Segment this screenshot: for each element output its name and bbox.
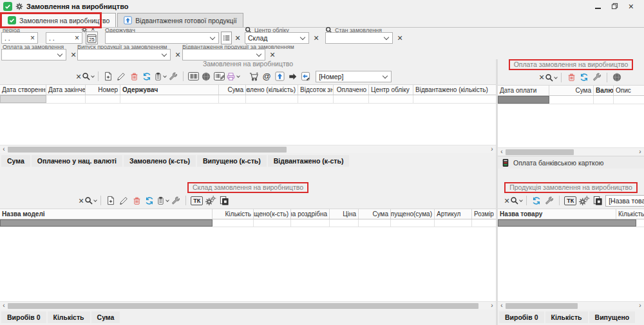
refresh-icon[interactable] <box>141 70 153 83</box>
bank-card-payment-row[interactable]: Оплата банківською карткою <box>498 156 644 169</box>
aggregate-qty[interactable]: Кількість <box>48 311 90 323</box>
export-edit-icon[interactable] <box>299 70 311 83</box>
column-header[interactable]: Відсоток знижки <box>298 85 334 95</box>
orders-hscrollbar[interactable]: ‹ › <box>0 145 496 153</box>
number-filter-combo[interactable]: [Номер] <box>316 71 392 82</box>
aggregate-produced-qty[interactable]: Випущено (к-сть) <box>197 155 267 167</box>
column-header[interactable]: Опис <box>614 86 644 95</box>
column-header[interactable]: Назва товару <box>498 209 616 219</box>
order-state-combo[interactable] <box>325 32 393 44</box>
date-from-field[interactable]: . .× <box>1 32 38 44</box>
selected-cell[interactable] <box>498 96 549 104</box>
scroll-left-icon[interactable]: ‹ <box>499 302 504 310</box>
tab-production-orders[interactable]: Замовлення на виробництво <box>1 13 116 27</box>
scroll-right-icon[interactable]: › <box>638 148 643 156</box>
column-header[interactable]: Замовлено (кількість) <box>246 85 298 95</box>
clear-icon[interactable]: × <box>270 50 275 59</box>
dark-globe-icon[interactable] <box>200 70 212 83</box>
tk-button[interactable]: ТК <box>191 196 203 205</box>
pick-from-list-button[interactable] <box>221 32 232 44</box>
column-header[interactable]: Назва моделі <box>0 209 213 219</box>
tab-finished-goods-shipment[interactable]: Відвантаження готової продукції <box>117 13 243 27</box>
aggregate-ordered-qty[interactable]: Замовлено (к-сть) <box>124 155 196 167</box>
aggregate-qty[interactable]: Кількість <box>545 311 588 323</box>
clear-icon[interactable]: × <box>30 34 35 42</box>
tools-icon[interactable] <box>170 194 182 207</box>
tools-icon[interactable] <box>544 194 555 207</box>
column-header[interactable]: Кількість <box>616 209 644 219</box>
scroll-right-icon[interactable]: › <box>489 145 495 153</box>
tk-button[interactable]: ТК <box>564 196 576 205</box>
column-header[interactable]: Відвантажено (кількість) <box>413 85 496 95</box>
clear-icon[interactable]: × <box>504 196 509 205</box>
selected-cell[interactable] <box>0 219 213 227</box>
dark-globe-icon[interactable] <box>611 71 623 84</box>
product-name-filter-combo[interactable]: [Назва товару] <box>605 195 644 207</box>
clear-icon[interactable]: × <box>539 73 544 82</box>
clear-icon[interactable]: × <box>397 33 402 42</box>
tools-icon[interactable] <box>167 70 179 83</box>
selected-cell[interactable] <box>498 219 636 227</box>
edit-icon[interactable] <box>118 194 129 207</box>
scrollbar-thumb[interactable] <box>8 303 478 309</box>
search-icon[interactable] <box>510 194 522 207</box>
scrollbar-thumb[interactable] <box>8 147 287 153</box>
gears-icon[interactable] <box>205 194 216 207</box>
orders-table-body[interactable] <box>0 104 496 145</box>
composition-hscrollbar[interactable]: ‹ › <box>0 301 496 310</box>
add-document-icon[interactable] <box>105 194 117 207</box>
cart-icon[interactable] <box>248 70 260 83</box>
column-header[interactable]: Ціна <box>330 209 359 219</box>
scroll-right-icon[interactable]: › <box>638 302 643 310</box>
table-row[interactable] <box>498 219 644 227</box>
table-row[interactable] <box>0 219 496 227</box>
clear-icon[interactable]: × <box>235 33 240 42</box>
items-count-chip[interactable]: Виробів 0 <box>499 311 544 323</box>
delete-icon[interactable] <box>565 71 577 84</box>
calendar-button[interactable]: 25 <box>86 32 98 44</box>
column-header[interactable]: Дата закінчення <box>46 85 86 95</box>
search-icon[interactable] <box>82 70 94 83</box>
date-to-field[interactable]: . .× <box>46 32 82 44</box>
column-header[interactable]: Центр обліку <box>369 85 413 95</box>
email-at-icon[interactable]: @ <box>261 70 272 83</box>
scroll-left-icon[interactable]: ‹ <box>499 148 504 156</box>
column-header[interactable]: Валюта <box>594 86 614 95</box>
scroll-right-icon[interactable]: › <box>489 302 495 310</box>
aggregate-sum[interactable]: Сума <box>1 155 30 167</box>
column-header[interactable]: Сума <box>549 86 594 95</box>
clear-icon[interactable]: × <box>314 33 319 42</box>
table-row[interactable] <box>498 96 644 104</box>
clear-icon[interactable]: × <box>71 50 76 59</box>
delete-icon[interactable] <box>128 70 140 83</box>
tools-icon[interactable] <box>591 71 603 84</box>
clear-icon[interactable]: × <box>75 34 79 42</box>
scroll-left-icon[interactable]: ‹ <box>1 145 6 153</box>
refresh-icon[interactable] <box>144 194 155 207</box>
column-header[interactable]: Кількість <box>213 209 254 219</box>
scrollbar-thumb[interactable] <box>506 149 574 155</box>
column-header[interactable]: Одержувач <box>120 85 219 95</box>
aggregate-sum[interactable]: Сума <box>91 311 120 323</box>
column-header[interactable]: Сума <box>359 209 391 219</box>
minimize-button[interactable] <box>595 3 601 10</box>
aggregate-shipped-qty[interactable]: Відвантажено (к-сть) <box>268 155 350 167</box>
selected-cell[interactable] <box>0 95 46 103</box>
payments-hscrollbar[interactable]: ‹ › <box>498 147 644 156</box>
upload-box-icon[interactable] <box>274 70 285 83</box>
scrollbar-thumb[interactable] <box>506 303 578 309</box>
column-header[interactable]: Оплачено <box>334 85 369 95</box>
products-table-body[interactable] <box>498 227 644 301</box>
refresh-icon[interactable] <box>531 194 542 207</box>
report-icon[interactable] <box>156 194 169 207</box>
column-header[interactable]: Випущено(к-сть) <box>254 209 291 219</box>
column-header[interactable]: Номер <box>86 85 120 95</box>
copy-document-icon[interactable] <box>591 194 603 207</box>
add-document-icon[interactable] <box>102 70 114 83</box>
column-header[interactable]: Розмір <box>472 209 496 219</box>
refresh-icon[interactable] <box>578 71 590 84</box>
scroll-left-icon[interactable]: ‹ <box>1 302 6 310</box>
copy-document-icon[interactable] <box>218 194 229 207</box>
gears-icon[interactable] <box>578 194 590 207</box>
report-icon[interactable] <box>154 70 166 83</box>
